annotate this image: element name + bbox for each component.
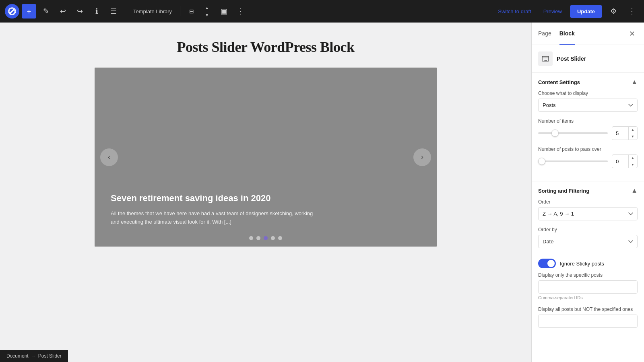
specific-posts-label: Display only the specific posts — [538, 272, 638, 278]
slider-dot-2[interactable] — [256, 236, 260, 240]
main-area: Posts Slider WordPress Block Seven retir… — [0, 23, 644, 362]
num-pass-spinners: ▲ ▼ — [628, 155, 637, 168]
info-button[interactable]: ℹ — [89, 4, 104, 19]
sorting-section: Sorting and Filtering ▲ Order A → Z, 1 →… — [532, 181, 644, 341]
choose-display-select[interactable]: Posts Pages Custom Post Types — [538, 99, 638, 112]
breadcrumb-document[interactable]: Document — [6, 353, 29, 359]
slider-dots — [249, 236, 282, 240]
block-icon-row: Post Slider — [532, 45, 644, 73]
toolbar-separator-1 — [125, 6, 125, 16]
tab-block[interactable]: Block — [559, 23, 575, 45]
breadcrumb-post-slider[interactable]: Post Slider — [38, 353, 62, 359]
content-settings-title: Content Settings — [538, 79, 580, 85]
slider-prev-button[interactable]: ‹ — [100, 148, 118, 166]
slider-dot-1[interactable] — [249, 236, 253, 240]
template-library-button[interactable]: Template Library — [129, 6, 176, 17]
not-specific-posts-label: Display all posts but NOT the specified … — [538, 306, 638, 312]
view-up-button[interactable]: ▲ — [200, 4, 214, 11]
slider-dot-5[interactable] — [278, 236, 282, 240]
content-settings-header[interactable]: Content Settings ▲ — [532, 73, 644, 90]
svg-point-4 — [546, 60, 547, 61]
tab-page[interactable]: Page — [538, 23, 551, 45]
view-toggle: ▲ ▼ — [200, 4, 214, 18]
post-slider-icon — [541, 55, 549, 63]
num-items-row: ▲ ▼ — [538, 126, 638, 140]
page-title: Posts Slider WordPress Block — [177, 39, 354, 56]
update-button[interactable]: Update — [570, 5, 602, 18]
order-by-select[interactable]: Date Title Author Modified — [538, 235, 638, 248]
switch-draft-button[interactable]: Switch to draft — [494, 6, 535, 17]
num-items-label: Number of items — [538, 118, 638, 124]
num-pass-slider[interactable] — [538, 160, 608, 162]
num-pass-input[interactable] — [612, 156, 628, 167]
num-items-input-box: ▲ ▼ — [612, 126, 638, 140]
specific-posts-input[interactable] — [538, 280, 638, 294]
block-type-icon — [538, 51, 553, 66]
slider-content: Seven retirement saving ideas in 2020 Al… — [95, 181, 334, 247]
editor-view-button[interactable]: ⊟ — [184, 4, 199, 19]
sorting-body: Order A → Z, 1 → 9 Z → A, 9 → 1 Order by… — [532, 199, 644, 341]
num-pass-down[interactable]: ▼ — [629, 161, 637, 168]
slider-dot-4[interactable] — [271, 236, 275, 240]
right-panel: Page Block ✕ Post Slider Content Setting… — [531, 23, 644, 362]
toolbar: ＋ ✎ ↩ ↪ ℹ ☰ Template Library ⊟ ▲ ▼ ▣ ⋮ S… — [0, 0, 644, 23]
slider-block: Seven retirement saving ideas in 2020 Al… — [95, 68, 437, 247]
wordpress-icon — [8, 7, 16, 15]
sorting-toggle[interactable]: ▲ — [631, 187, 638, 194]
num-pass-input-box: ▲ ▼ — [612, 154, 638, 168]
editor-area: Posts Slider WordPress Block Seven retir… — [0, 23, 531, 362]
view-down-button[interactable]: ▼ — [200, 12, 214, 18]
panel-tabs: Page Block ✕ — [532, 23, 644, 45]
slider-headline: Seven retirement saving ideas in 2020 — [111, 193, 318, 204]
content-settings-toggle[interactable]: ▲ — [631, 78, 638, 86]
toolbar-separator-2 — [180, 6, 180, 16]
toolbar-left: ＋ ✎ ↩ ↪ ℹ ☰ Template Library ⊟ ▲ ▼ ▣ ⋮ — [5, 4, 248, 19]
toolbar-right: Switch to draft Preview Update ⚙ ⋮ — [494, 4, 639, 19]
specific-posts-helper: Comma-separated IDs — [538, 295, 638, 300]
content-settings-body: Choose what to display Posts Pages Custo… — [532, 90, 644, 181]
slider-excerpt: All the themes that we have here have ha… — [111, 210, 318, 226]
tools-button[interactable]: ✎ — [39, 4, 53, 19]
num-pass-up[interactable]: ▲ — [629, 155, 637, 161]
sorting-header[interactable]: Sorting and Filtering ▲ — [532, 181, 644, 199]
redo-button[interactable]: ↪ — [72, 4, 87, 19]
order-by-label: Order by — [538, 227, 638, 232]
panel-close-button[interactable]: ✕ — [626, 28, 638, 39]
slider-image: Seven retirement saving ideas in 2020 Al… — [95, 68, 437, 247]
choose-display-group: Choose what to display Posts Pages Custo… — [538, 90, 638, 112]
order-group: Order A → Z, 1 → 9 Z → A, 9 → 1 — [538, 199, 638, 220]
not-specific-posts-input[interactable] — [538, 315, 638, 328]
wp-logo-button[interactable] — [5, 4, 19, 19]
undo-button[interactable]: ↩ — [56, 4, 70, 19]
num-items-input[interactable] — [612, 128, 628, 139]
toggle-thumb — [547, 260, 555, 267]
num-items-up[interactable]: ▲ — [629, 127, 637, 133]
num-items-spinners: ▲ ▼ — [628, 127, 637, 140]
ignore-sticky-label: Ignore Sticky posts — [560, 261, 604, 267]
num-items-down[interactable]: ▼ — [629, 133, 637, 140]
preview-button[interactable]: Preview — [539, 6, 566, 17]
ignore-sticky-toggle[interactable] — [538, 259, 556, 268]
breadcrumb-arrow: → — [31, 353, 36, 359]
add-block-button[interactable]: ＋ — [22, 4, 36, 19]
slider-dot-3[interactable] — [264, 236, 268, 240]
settings-button[interactable]: ⚙ — [606, 4, 621, 19]
order-label: Order — [538, 199, 638, 205]
num-items-slider[interactable] — [538, 132, 608, 134]
breadcrumb: Document → Post Slider — [0, 350, 68, 362]
more-options-button[interactable]: ⋮ — [233, 4, 248, 19]
not-specific-posts-group: Display all posts but NOT the specified … — [538, 306, 638, 328]
num-pass-group: Number of posts to pass over ▲ ▼ — [538, 146, 638, 168]
num-items-group: Number of items ▲ ▼ — [538, 118, 638, 140]
choose-display-label: Choose what to display — [538, 90, 638, 96]
svg-point-5 — [544, 60, 545, 61]
list-view-button[interactable]: ☰ — [106, 4, 121, 19]
layout-button[interactable]: ▣ — [217, 4, 231, 19]
svg-point-3 — [545, 60, 546, 61]
specific-posts-group: Display only the specific posts Comma-se… — [538, 272, 638, 300]
num-pass-row: ▲ ▼ — [538, 154, 638, 168]
options-button[interactable]: ⋮ — [625, 4, 639, 19]
slider-next-button[interactable]: › — [413, 148, 431, 166]
order-select[interactable]: A → Z, 1 → 9 Z → A, 9 → 1 — [538, 207, 638, 220]
ignore-sticky-row: Ignore Sticky posts — [538, 255, 638, 272]
